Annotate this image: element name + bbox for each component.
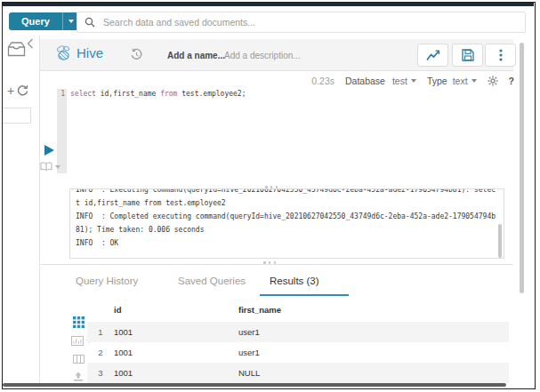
execute-query-button[interactable] <box>44 145 54 156</box>
database-dropdown[interactable]: test <box>392 76 416 86</box>
refresh-icon[interactable] <box>17 84 28 96</box>
assist-filter-input[interactable] <box>2 108 31 124</box>
sql-columns: id,first_name <box>96 90 160 98</box>
column-header-id[interactable]: id <box>114 305 121 315</box>
cell-first-name: user1 <box>238 322 509 342</box>
grid-view-icon[interactable] <box>73 316 85 328</box>
book-icon <box>40 162 52 172</box>
gear-icon <box>488 76 498 86</box>
hive-bee-icon <box>54 44 73 62</box>
column-header-first-name[interactable]: first_name <box>238 305 281 315</box>
more-actions-button[interactable] <box>485 44 516 67</box>
columns-icon[interactable] <box>73 355 85 364</box>
help-button[interactable]: ? <box>509 76 514 86</box>
language-reference-button[interactable] <box>40 162 60 172</box>
sql-keyword: from <box>160 90 177 98</box>
active-tab-underline <box>260 294 349 296</box>
editor-gutter <box>57 89 67 173</box>
tab-query-history[interactable]: Query History <box>76 276 138 286</box>
tab-results[interactable]: Results (3) <box>270 276 319 286</box>
search-input[interactable] <box>101 16 518 28</box>
save-button[interactable] <box>452 44 483 67</box>
engine-title[interactable]: Hive <box>77 45 103 60</box>
execution-duration: 0.23s <box>311 76 334 86</box>
log-scrollbar[interactable] <box>498 224 502 258</box>
global-search[interactable] <box>77 12 526 33</box>
vertical-scrollbar[interactable] <box>520 43 524 293</box>
row-number: 2 <box>87 342 114 363</box>
chevron-down-icon <box>471 79 477 83</box>
query-description-field[interactable]: Add a description... <box>224 51 301 60</box>
chevron-down-icon <box>411 79 416 83</box>
history-icon[interactable] <box>130 48 143 61</box>
row-number: 3 <box>87 363 114 383</box>
editor-settings-row: 0.23s Database test Type text ? <box>40 75 527 87</box>
query-button[interactable]: Query <box>9 12 62 30</box>
save-floppy-icon <box>462 49 474 61</box>
chart-button[interactable] <box>417 44 448 67</box>
cell-first-name: NULL <box>238 363 509 383</box>
results-table: 1 1001 user1 2 1001 user1 3 1001 NULL <box>87 322 509 383</box>
cell-id: 1001 <box>114 363 238 383</box>
panel-divider-horizontal <box>40 264 513 265</box>
sql-keyword: select <box>70 90 96 98</box>
kebab-menu-icon <box>499 49 503 61</box>
horizontal-scrollbar[interactable] <box>3 383 506 387</box>
resize-handle[interactable] <box>263 261 276 264</box>
cell-first-name: user1 <box>238 342 509 363</box>
chevron-down-icon <box>55 165 60 169</box>
search-icon <box>85 17 95 28</box>
type-dropdown[interactable]: text <box>453 76 477 86</box>
chevron-down-icon <box>69 20 74 23</box>
hue-query-editor-screen: Query + Hive Add a name... Add <box>0 0 540 392</box>
query-name-field[interactable]: Add a name... <box>167 51 225 60</box>
export-icon[interactable] <box>73 372 84 381</box>
table-row: 1 1001 user1 <box>87 322 509 342</box>
database-value: test <box>392 76 407 86</box>
log-line: INFO : Executing command(queryId=hive_20… <box>76 188 498 210</box>
documents-icon[interactable] <box>6 40 27 59</box>
sql-table: test.employee2; <box>177 90 246 98</box>
line-number: 1 <box>57 89 65 99</box>
log-line: INFO : OK <box>76 236 498 250</box>
top-navy-strip <box>3 3 534 6</box>
row-number: 1 <box>87 322 114 342</box>
collapse-left-icon[interactable] <box>27 38 34 49</box>
sql-code-line[interactable]: select id,first_name from test.employee2… <box>70 89 246 99</box>
query-button-group[interactable]: Query <box>9 12 79 30</box>
type-label: Type <box>427 76 447 86</box>
log-line: INFO : Completed executing command(query… <box>76 210 498 236</box>
type-value: text <box>453 76 468 86</box>
table-row: 2 1001 user1 <box>87 342 509 363</box>
cell-id: 1001 <box>114 322 238 342</box>
add-icon[interactable]: + <box>4 84 17 98</box>
cell-id: 1001 <box>114 342 238 363</box>
database-label: Database <box>345 76 385 86</box>
chart-view-icon <box>71 336 84 346</box>
tab-saved-queries[interactable]: Saved Queries <box>178 276 246 286</box>
query-log-panel[interactable]: INFO : Executing command(queryId=hive_20… <box>69 188 504 259</box>
chart-line-icon <box>426 50 440 61</box>
panel-divider-vertical <box>39 36 40 388</box>
settings-gear-button[interactable] <box>488 76 498 86</box>
table-row: 3 1001 NULL <box>87 363 509 383</box>
